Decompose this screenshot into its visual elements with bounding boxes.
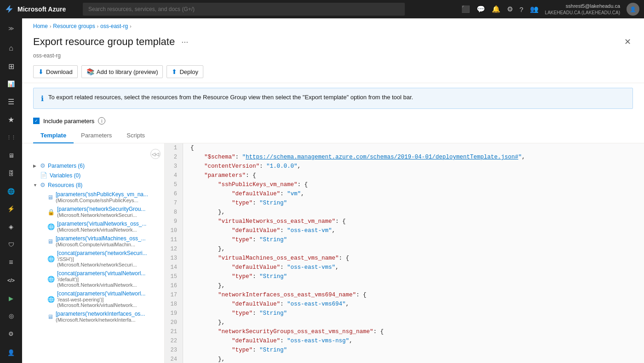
close-button[interactable]: ✕ [622,35,633,49]
breadcrumb-rg[interactable]: oss-east-rg [100,23,128,29]
dashboard-icon[interactable]: ⊞ [2,58,20,75]
deploy-button[interactable]: ⬆ Deploy [167,65,203,78]
line-content-7: "type": "String" [183,199,287,208]
lightning-icon[interactable]: ⚡ [2,200,20,217]
feedback-icon[interactable]: 💬 [477,5,485,13]
parameters-toggle: ▶ [33,164,38,168]
content-area: Home › Resource groups › oss-east-rg › E… [22,18,644,363]
toolbar: ⬇ Download 📚 Add to library (preview) ⬆ … [22,62,644,83]
avatar[interactable]: 👤 [627,3,639,16]
split-pane: ◁◁ ▶ ⚙ Parameters (6) 📄 Variables (0) ▼ [22,143,644,363]
line-content-2: "$schema": "https://schema.management.az… [183,153,525,162]
code-line-7: 7 "type": "String" [165,199,644,208]
target-icon[interactable]: ◎ [2,308,20,325]
line-content-10: "defaultValue": "oss-east-vm", [183,226,335,235]
menu2-icon[interactable]: ≡ [2,254,20,271]
settings-icon[interactable]: ⚙ [507,5,513,13]
line-num-24: 24 [165,355,183,363]
tab-parameters[interactable]: Parameters [74,128,119,143]
code-line-13: 13 "virtualMachines_oss_east_vms_name": … [165,254,644,263]
line-num-20: 20 [165,318,183,327]
tree-item-ssh[interactable]: 🖥 [parameters('sshPublicKeys_vm_na... (M… [22,190,164,204]
vm-text: [parameters('virtualMachines_oss_... [56,235,146,242]
tree-item-concat-default[interactable]: 🌐 [concat(parameters('virtualNetworl... … [22,269,164,289]
line-content-6: "defaultValue": "vm", [183,189,305,199]
nic-icon: 🖥 [47,313,53,320]
grid-icon[interactable]: ⋮⋮ [2,129,20,146]
cloud-shell-icon[interactable]: ⬛ [461,5,470,13]
line-num-17: 17 [165,290,183,300]
code-line-16: 16 }, [165,281,644,290]
line-content-12: }, [183,244,225,254]
line-content-17: "networkInterfaces_oss_east_vms694_name"… [183,290,367,300]
tab-template[interactable]: Template [33,128,74,143]
vnet-sub: (Microsoft.Network/virtualNetwork... [57,227,146,233]
line-num-14: 14 [165,263,183,272]
monitor-icon[interactable]: 🖥 [2,147,20,164]
tree-panel-header: ◁◁ [22,147,164,161]
line-content-9: "virtualNetworks_oss_east_vm_name": { [183,217,346,226]
tree-node-parameters[interactable]: ▶ ⚙ Parameters (6) [22,161,164,170]
include-params-bar: ✓ Include parameters i [22,113,644,128]
tree-item-nic[interactable]: 🖥 [parameters('networkInterfaces_os... (… [22,309,164,324]
include-params-checkbox[interactable]: ✓ [33,118,40,124]
tree-node-resources[interactable]: ▼ ⚙ Resources (8) [22,180,164,190]
line-num-13: 13 [165,254,183,263]
code-line-8: 8 }, [165,208,644,217]
deploy-icon[interactable]: ▶ [2,290,20,307]
code-line-12: 12 }, [165,244,644,254]
line-num-16: 16 [165,281,183,290]
tree-item-concat-peering[interactable]: 🌐 [concat(parameters('virtualNetworl... … [22,289,164,309]
help-icon[interactable]: ? [519,6,523,13]
app-title: Microsoft Azure [17,6,66,13]
download-label: Download [46,68,73,75]
azure-logo-area: Microsoft Azure [5,5,78,14]
notifications-icon[interactable]: 🔔 [492,5,500,13]
add-library-label: Add to library (preview) [97,68,158,75]
tree-item-vm[interactable]: 🖥 [parameters('virtualMachines_oss_... (… [22,234,164,249]
line-content-3: "contentVersion": "1.0.0.0", [183,162,301,171]
deploy-icon-toolbar: ⬆ [172,68,177,75]
tree-item-nsg[interactable]: 🔒 [parameters('networkSecurityGrou... (M… [22,204,164,219]
add-library-button[interactable]: 📚 Add to library (preview) [81,65,163,78]
code-icon[interactable]: </> [2,272,20,289]
schema-url-link[interactable]: https://schema.management.azure.com/sche… [246,154,518,160]
nic-sub: (Microsoft.Network/networkInterfa... [56,317,145,323]
portal-icon[interactable]: 👥 [530,5,539,13]
line-num-8: 8 [165,208,183,217]
breadcrumb-resource-groups[interactable]: Resource groups [53,23,95,29]
search-input[interactable] [83,3,405,16]
line-num-4: 4 [165,171,183,180]
database-icon[interactable]: 🗄 [2,165,20,182]
include-params-info-icon[interactable]: i [98,117,105,125]
favorites-icon[interactable]: ★ [2,111,20,128]
code-line-19: 19 "type": "String" [165,309,644,318]
tree-item-vnet[interactable]: 🌐 [parameters('virtualNetworks_oss_... (… [22,219,164,234]
tab-scripts[interactable]: Scripts [119,128,152,143]
download-button[interactable]: ⬇ Download [33,65,78,78]
line-content-20: }, [183,318,225,327]
line-num-23: 23 [165,346,183,355]
code-line-5: 5 "sshPublicKeys_vm_name": { [165,180,644,189]
vnet-icon: 🌐 [47,223,55,230]
person-icon[interactable]: 👤 [2,344,20,361]
vm-icon: 🖥 [47,238,53,245]
settings-sidebar-icon[interactable]: ⚙ [2,325,20,342]
activity-icon[interactable]: 📊 [2,76,20,93]
concat-ssh-type: (Microsoft.Network/networkSecuri... [57,262,147,267]
cube-icon[interactable]: ◈ [2,218,20,235]
concat-default-sub: '/default')] [57,277,145,282]
more-button[interactable]: ··· [181,37,188,47]
line-num-22: 22 [165,336,183,346]
concat-ssh-text: [concat(parameters('networkSecuri... [57,250,147,256]
breadcrumb-home[interactable]: Home [33,23,48,29]
tree-item-concat-ssh[interactable]: 🌐 [concat(parameters('networkSecuri... '… [22,249,164,269]
collapse-panel-button[interactable]: ◁◁ [150,149,161,159]
expand-sidebar-button[interactable]: ≫ [2,20,20,37]
home-icon[interactable]: ⌂ [2,40,20,57]
tree-node-variables[interactable]: 📄 Variables (0) [22,170,164,180]
security-icon[interactable]: 🛡 [2,236,20,253]
nsg-sub: (Microsoft.Network/networkSecuri... [57,212,145,218]
globe-icon[interactable]: 🌐 [2,183,20,200]
list-icon[interactable]: ☰ [2,93,20,110]
